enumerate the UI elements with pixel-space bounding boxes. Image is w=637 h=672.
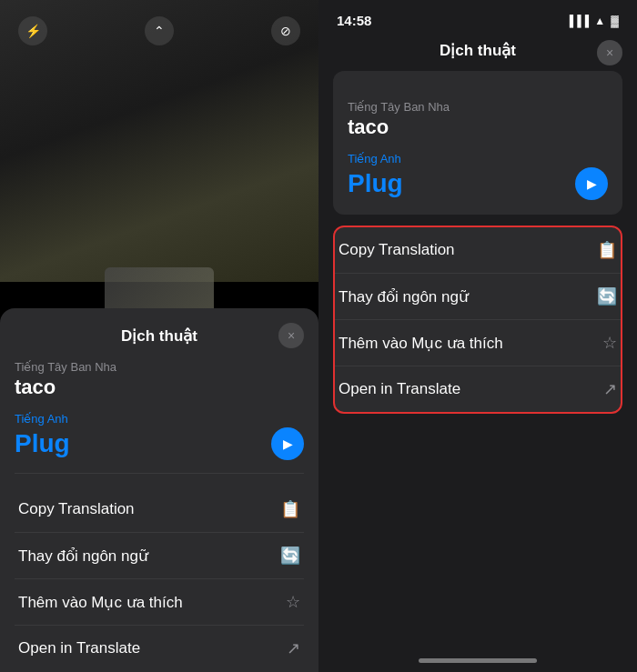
signal-icon: ▐▐▐	[566, 15, 590, 27]
close-button-right[interactable]: ×	[597, 40, 622, 65]
target-lang-label-right: Tiếng Anh	[348, 152, 608, 165]
wifi-icon: ▲	[594, 15, 605, 27]
play-button-right[interactable]: ▶	[575, 167, 608, 200]
action-label-open-left: Open in Translate	[18, 639, 140, 657]
action-open-translate-right[interactable]: Open in Translate ↗	[335, 366, 621, 412]
source-word-right: taco	[348, 115, 608, 139]
target-lang-label-left: Tiếng Anh	[15, 412, 304, 426]
source-lang-label-right: Tiếng Tây Ban Nha	[348, 100, 608, 114]
action-change-lang-right[interactable]: Thay đổi ngôn ngữ 🔄	[335, 274, 621, 320]
close-button-left[interactable]: ×	[278, 323, 304, 348]
change-lang-icon-right: 🔄	[597, 286, 617, 306]
action-label-copy-left: Copy Translation	[18, 500, 135, 518]
status-icons: ▐▐▐ ▲ ▓	[566, 15, 619, 27]
open-icon-left: ↗	[287, 638, 300, 658]
action-label-favorites-right: Thêm vào Mục ưa thích	[339, 334, 503, 353]
action-favorites-right[interactable]: Thêm vào Mục ưa thích ☆	[335, 320, 621, 366]
open-icon-right: ↗	[603, 379, 617, 399]
action-label-open-right: Open in Translate	[339, 380, 460, 398]
action-change-lang-left[interactable]: Thay đổi ngôn ngữ 🔄	[15, 533, 304, 579]
nav-title-right: Dịch thuật	[440, 41, 516, 60]
action-copy-translation-left[interactable]: Copy Translation 📋	[15, 486, 304, 533]
translation-card-right: Tiếng Tây Ban Nha taco Tiếng Anh Plug ▶	[333, 71, 622, 215]
right-phone: 14:58 ▐▐▐ ▲ ▓ Dịch thuật × Tiếng Tây Ban…	[318, 0, 637, 672]
camera-off-icon[interactable]: ⊘	[271, 16, 300, 45]
left-phone: ⚡ ⌃ ⊘ Dịch thuật × Tiếng Tây Ban Nha tac…	[0, 0, 318, 672]
action-label-change-right: Thay đổi ngôn ngữ	[339, 287, 469, 306]
change-lang-icon-left: 🔄	[280, 546, 300, 566]
play-button-left[interactable]: ▶	[271, 427, 304, 460]
action-copy-translation-right[interactable]: Copy Translation 📋	[335, 227, 621, 274]
copy-icon-right: 📋	[597, 240, 617, 260]
action-label-favorites-left: Thêm vào Mục ưa thích	[18, 593, 183, 612]
bottom-sheet-left: Dịch thuật × Tiếng Tây Ban Nha taco Tiến…	[0, 308, 318, 672]
action-label-change-left: Thay đổi ngôn ngữ	[18, 547, 148, 566]
target-word-right: Plug	[348, 169, 403, 198]
target-word-row-right: Plug ▶	[348, 167, 608, 200]
target-word-row-left: Plug ▶	[15, 427, 304, 460]
source-lang-label-left: Tiếng Tây Ban Nha	[15, 360, 304, 374]
action-favorites-left[interactable]: Thêm vào Mục ưa thích ☆	[15, 579, 304, 626]
source-word-left: taco	[15, 376, 304, 399]
divider-left	[15, 473, 304, 474]
favorites-icon-right: ☆	[602, 333, 617, 353]
target-word-left: Plug	[15, 429, 70, 458]
flash-icon[interactable]: ⚡	[18, 16, 47, 45]
nav-header-right: Dịch thuật ×	[318, 34, 637, 71]
status-bar-right: 14:58 ▐▐▐ ▲ ▓	[318, 0, 637, 34]
action-open-translate-left[interactable]: Open in Translate ↗	[15, 626, 304, 671]
battery-icon: ▓	[611, 15, 619, 27]
status-time: 14:58	[337, 13, 371, 28]
actions-card-right: Copy Translation 📋 Thay đổi ngôn ngữ 🔄 T…	[333, 226, 622, 414]
copy-icon-left: 📋	[280, 499, 300, 519]
sheet-title-left: Dịch thuật	[15, 326, 304, 346]
favorites-icon-left: ☆	[286, 592, 300, 612]
chevron-up-icon[interactable]: ⌃	[145, 16, 174, 45]
home-indicator-right	[419, 658, 537, 663]
camera-top-bar: ⚡ ⌃ ⊘	[0, 0, 318, 55]
action-label-copy-right: Copy Translation	[339, 241, 455, 259]
